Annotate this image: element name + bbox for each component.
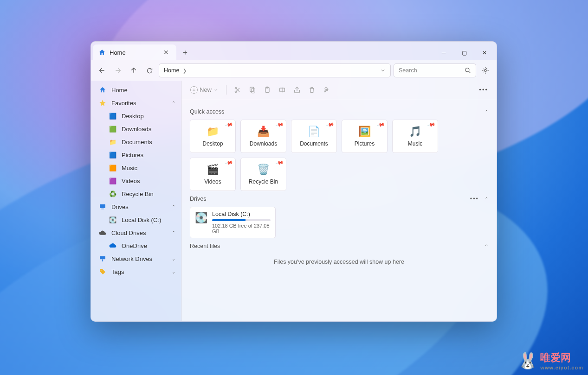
breadcrumb-segment[interactable]: Home — [164, 67, 179, 74]
tile-recycle-bin[interactable]: 📌🗑️Recycle Bin — [240, 158, 286, 191]
sidebar-drives[interactable]: Drives ⌃ — [92, 200, 180, 213]
more-button[interactable]: ••• — [476, 83, 491, 96]
svg-rect-8 — [251, 89, 255, 93]
drive-usage-bar — [212, 219, 271, 221]
collapse-button[interactable]: ⌃ — [485, 197, 488, 202]
drives-header: Drives ••• ⌃ — [190, 196, 488, 202]
svg-point-5 — [101, 270, 102, 271]
new-button[interactable]: + New — [187, 83, 221, 96]
paste-button[interactable] — [261, 83, 274, 96]
tile-desktop[interactable]: 📌📁Desktop — [190, 120, 236, 153]
home-icon — [98, 49, 106, 56]
folder-documents-icon: 📄 — [308, 126, 320, 138]
refresh-button[interactable] — [143, 64, 156, 77]
sidebar-home[interactable]: Home — [92, 83, 180, 96]
settings-button[interactable] — [479, 64, 492, 77]
tag-icon — [98, 268, 107, 275]
chevron-down-icon[interactable]: ⌄ — [172, 269, 175, 274]
onedrive-icon — [109, 242, 117, 249]
sidebar-item-recycle-bin[interactable]: ♻️Recycle Bin — [92, 187, 180, 200]
recent-empty-text: Files you've previously accessed will sh… — [190, 259, 488, 265]
quick-access-header: Quick access ⌃ — [190, 108, 488, 115]
properties-button[interactable] — [320, 83, 333, 96]
chevron-right-icon: ❯ — [183, 68, 187, 73]
sidebar-item-music[interactable]: 🟧Music — [92, 161, 180, 174]
drive-icon: 💽 — [109, 216, 117, 223]
maximize-button[interactable]: ▢ — [454, 45, 474, 60]
pin-icon[interactable]: 📌 — [225, 159, 234, 167]
search-box[interactable]: Search — [394, 64, 476, 77]
network-icon — [98, 255, 107, 262]
share-button[interactable] — [291, 83, 304, 96]
chevron-up-icon[interactable]: ⌃ — [172, 204, 175, 210]
minimize-button[interactable]: ─ — [433, 45, 454, 60]
recycle-bin-icon: ♻️ — [109, 191, 117, 197]
pin-icon[interactable]: 📌 — [427, 121, 436, 129]
recycle-bin-icon: 🗑️ — [257, 164, 270, 176]
pin-icon[interactable]: 📌 — [377, 121, 386, 129]
pin-icon[interactable]: 📌 — [276, 159, 284, 167]
tile-downloads[interactable]: 📌📥Downloads — [240, 120, 286, 153]
drive-local-c[interactable]: 💽 Local Disk (C:) 102.18 GB free of 237.… — [190, 207, 276, 238]
sidebar-favorites[interactable]: Favorites ⌃ — [92, 96, 180, 109]
toolbar: + New ••• — [181, 81, 497, 99]
sidebar-item-pictures[interactable]: 🟦Pictures — [92, 148, 180, 161]
plus-icon: + — [190, 86, 198, 94]
cut-button[interactable] — [231, 83, 244, 96]
close-window-button[interactable]: ✕ — [474, 45, 495, 60]
tab-home[interactable]: Home ✕ — [93, 44, 176, 60]
nav-bar: Home ❯ Search — [91, 60, 497, 81]
tile-documents[interactable]: 📌📄Documents — [291, 120, 337, 153]
back-button[interactable] — [96, 64, 109, 77]
sidebar-item-documents[interactable]: 📁Documents — [92, 135, 180, 148]
tile-music[interactable]: 📌🎵Music — [392, 120, 438, 153]
tile-pictures[interactable]: 📌🖼️Pictures — [342, 120, 388, 153]
delete-button[interactable] — [305, 83, 318, 96]
chevron-down-icon — [213, 88, 218, 92]
bunny-icon: 🐰 — [518, 351, 537, 370]
recent-header: Recent files ⌃ — [190, 243, 488, 249]
new-tab-button[interactable]: ＋ — [178, 45, 192, 59]
tab-strip: Home ✕ ＋ ─ ▢ ✕ — [91, 42, 497, 60]
folder-icon: 🟩 — [109, 126, 117, 133]
pin-icon[interactable]: 📌 — [276, 121, 284, 129]
drive-icon: 💽 — [195, 212, 207, 234]
file-explorer-window: Home ✕ ＋ ─ ▢ ✕ Home ❯ S — [90, 41, 497, 322]
chevron-down-icon[interactable]: ⌄ — [172, 256, 175, 261]
svg-rect-9 — [250, 87, 254, 91]
chevron-up-icon[interactable]: ⌃ — [172, 101, 175, 106]
monitor-icon — [98, 203, 107, 210]
home-icon — [98, 86, 107, 94]
sidebar-cloud-drives[interactable]: Cloud Drives ⌃ — [92, 226, 180, 239]
pin-icon[interactable]: 📌 — [326, 121, 335, 129]
forward-button[interactable] — [111, 64, 124, 77]
breadcrumb-bar[interactable]: Home ❯ — [159, 64, 391, 77]
collapse-button[interactable]: ⌃ — [485, 109, 488, 114]
sidebar-network-drives[interactable]: Network Drives ⌄ — [92, 252, 180, 265]
svg-point-0 — [465, 68, 469, 72]
folder-downloads-icon: 📥 — [257, 126, 270, 138]
sidebar-tags[interactable]: Tags ⌄ — [92, 265, 180, 278]
breadcrumb-dropdown[interactable] — [380, 68, 386, 73]
close-tab-button[interactable]: ✕ — [162, 48, 171, 57]
sidebar-item-local-disk-c[interactable]: 💽Local Disk (C:) — [92, 213, 180, 226]
sidebar: Home Favorites ⌃ 🟦Desktop 🟩Downloads 📁Do… — [91, 81, 181, 321]
svg-point-4 — [102, 260, 103, 261]
more-button[interactable]: ••• — [470, 196, 479, 202]
rename-button[interactable] — [276, 83, 289, 96]
window-controls: ─ ▢ ✕ — [433, 45, 495, 60]
sidebar-item-desktop[interactable]: 🟦Desktop — [92, 109, 180, 122]
tile-videos[interactable]: 📌🎬Videos — [190, 158, 236, 191]
sidebar-item-videos[interactable]: 🟪Videos — [92, 174, 180, 187]
collapse-button[interactable]: ⌃ — [485, 244, 488, 249]
sidebar-item-onedrive[interactable]: OneDrive — [92, 239, 180, 252]
copy-button[interactable] — [246, 83, 259, 96]
chevron-up-icon[interactable]: ⌃ — [172, 230, 175, 235]
content-area: + New ••• Quick access ⌃ — [181, 81, 497, 321]
folder-pictures-icon: 🖼️ — [358, 126, 371, 138]
quick-access-tiles: 📌📁Desktop 📌📥Downloads 📌📄Documents 📌🖼️Pic… — [190, 120, 488, 191]
sidebar-item-downloads[interactable]: 🟩Downloads — [92, 122, 180, 135]
pin-icon[interactable]: 📌 — [225, 121, 234, 129]
up-button[interactable] — [127, 64, 140, 77]
svg-rect-2 — [100, 204, 105, 208]
